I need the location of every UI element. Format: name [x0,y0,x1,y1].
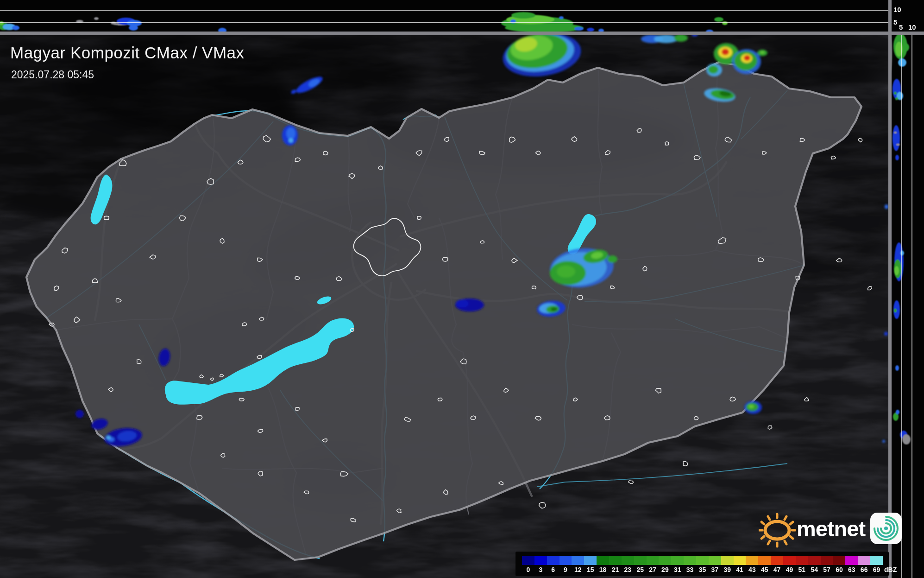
radar-echo [898,58,906,67]
radar-echo [106,436,111,439]
radar-echo [884,332,888,336]
vertical-profile-top [0,0,888,33]
radar-echo [744,55,750,61]
radar-echo [900,251,904,255]
radar-echo [882,440,885,443]
radar-echo [714,17,723,22]
radar-echo [456,299,469,308]
radar-echo [896,410,899,414]
radar-echo [574,27,584,31]
radar-echo [760,51,765,54]
horizontal-separator [0,32,924,35]
radar-echo [722,49,729,55]
radar-echo [94,17,99,20]
map-layer [0,19,903,578]
radar-echo [894,92,897,95]
radar-echo [895,97,898,100]
radar-echo [12,25,19,30]
radar-echo [674,34,688,42]
radar-echo [511,12,535,19]
vertical-separator [888,0,892,578]
radar-echo [708,65,718,74]
radar-echo [894,266,899,275]
radar-echo [722,21,728,25]
radar-echo [607,255,617,263]
radar-echo [893,125,900,151]
radar-composite-view: Magyar Kompozit CMax / VMax 2025.07.28 0… [0,0,924,578]
radar-echo [505,23,584,32]
radar-echo [894,309,897,312]
radar-echo [75,410,84,418]
radar-echo [587,28,594,32]
radar-echo [894,132,897,133]
radar-echo [895,365,899,371]
radar-echo [129,25,138,31]
radar-echo [286,127,295,140]
radar-echo [895,155,899,160]
radar-echo [902,434,911,445]
radar-echo [289,138,293,143]
profile-corner-box [892,0,924,32]
radar-echo [903,43,909,51]
radar-map-canvas [0,0,924,578]
vertical-profile-right [887,0,924,578]
radar-echo [885,204,888,209]
radar-echo [748,405,754,408]
radar-echo [896,144,900,146]
radar-echo [557,266,575,278]
radar-echo [76,20,83,23]
radar-echo [559,16,564,19]
